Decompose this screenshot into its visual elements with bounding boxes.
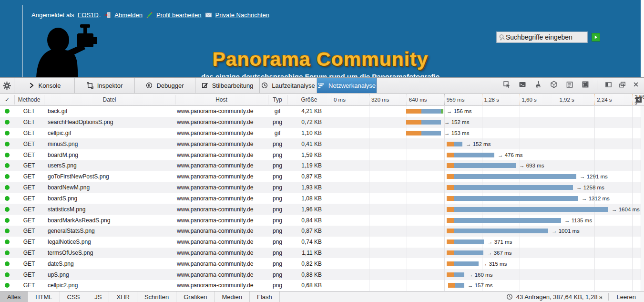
user-link-private-nachrichten[interactable]: Private Nachrichten (215, 11, 269, 19)
waterfall-segment-wait (447, 196, 454, 201)
column-status-header[interactable]: ✓ (0, 94, 14, 106)
paintbrush-button[interactable] (534, 81, 542, 90)
column-method-header[interactable]: Methode (14, 94, 44, 106)
dock-side-button[interactable] (605, 81, 612, 90)
tab-debugger[interactable]: Debugger (135, 78, 195, 93)
column-host-header[interactable]: Host (175, 94, 268, 106)
type-cell: png (268, 260, 287, 267)
request-row[interactable]: GETboardMarkAsReadS.pngwww.panorama-comm… (0, 215, 641, 226)
request-row[interactable]: GETlegalNoticeS.pngwww.panorama-communit… (0, 237, 641, 248)
request-row[interactable]: GETcellpic2.pngwww.panorama-community.de… (0, 280, 641, 291)
timeline-tick-line (444, 94, 445, 105)
filter-schriften[interactable]: Schriften (137, 292, 176, 302)
filter-grafiken[interactable]: Grafiken (176, 292, 215, 302)
user-link-profil-bearbeiten[interactable]: Profil bearbeiten (156, 11, 202, 19)
split-console-button[interactable] (519, 81, 526, 90)
clear-requests-button[interactable]: Leeren (609, 292, 644, 302)
column-size-header[interactable]: Größe (287, 94, 331, 106)
filter-html[interactable]: HTML (28, 292, 60, 302)
waterfall-segment-recv (454, 250, 483, 255)
devtools-settings-button[interactable] (0, 78, 14, 93)
tab-label: Stilbearbeitung (212, 82, 254, 89)
separate-window-button[interactable] (619, 81, 626, 90)
waterfall-cell: → 1135 ms (331, 215, 641, 226)
type-cell: png (268, 206, 287, 213)
search-submit-button[interactable] (592, 33, 600, 42)
waterfall-bar: → 153 ms (406, 130, 469, 136)
request-row[interactable]: GETboardS.pngwww.panorama-community.depn… (0, 193, 641, 204)
box-3d-icon (550, 81, 558, 88)
user-link-abmelden[interactable]: Abmelden (114, 11, 143, 19)
tab-stilbearbeitung[interactable]: Stilbearbeitung (195, 78, 260, 93)
request-row[interactable]: GETusersS.pngwww.panorama-community.depn… (0, 160, 641, 171)
host-cell: www.panorama-community.de (175, 141, 268, 147)
method-cell: GET (14, 250, 44, 256)
waterfall-cell: → 1001 ms (331, 226, 641, 237)
waterfall-segment-wait (447, 272, 454, 277)
status-ok-dot (5, 131, 10, 135)
filter-xhr[interactable]: XHR (109, 292, 137, 302)
status-ok-dot (5, 207, 10, 212)
status-ok-dot (5, 240, 10, 244)
column-type-header[interactable]: Typ (268, 94, 287, 106)
waterfall-segment-wait (447, 185, 454, 190)
request-row[interactable]: GETgoToFirstNewPostS.pngwww.panorama-com… (0, 171, 641, 182)
filter-js[interactable]: JS (87, 292, 109, 302)
search-input[interactable] (506, 33, 581, 41)
request-row[interactable]: GETback.gifwww.panorama-community.degif4… (0, 106, 641, 117)
waterfall-cell: → 1291 ms (331, 171, 641, 182)
size-cell: 1,11 KB (287, 250, 331, 256)
site-title: Panorama Community (0, 48, 641, 71)
request-row[interactable]: GETupS.pngwww.panorama-community.depng0,… (0, 269, 641, 280)
user-links: AbmeldenProfil bearbeitenPrivate Nachric… (104, 11, 269, 19)
request-row[interactable]: GETdateS.pngwww.panorama-community.depng… (0, 258, 641, 269)
request-row[interactable]: GETgeneralStatsS.pngwww.panorama-communi… (0, 226, 641, 237)
waterfall-cell: → 371 ms (331, 237, 641, 248)
waterfall-cell: → 1258 ms (331, 182, 641, 193)
request-row[interactable]: GETboardNewM.pngwww.panorama-community.d… (0, 182, 641, 193)
column-file-header[interactable]: Datei (44, 94, 175, 106)
request-row[interactable]: GETtermsOfUseS.pngwww.panorama-community… (0, 248, 641, 259)
waterfall-bar: → 693 ms (447, 163, 544, 168)
filter-flash[interactable]: Flash (250, 292, 280, 302)
request-row[interactable]: GETstatisticsM.pngwww.panorama-community… (0, 204, 641, 215)
status-cell (0, 283, 14, 288)
waterfall-cell: → 693 ms (331, 160, 641, 171)
split-console-icon (519, 81, 526, 88)
filter-css[interactable]: CSS (60, 292, 88, 302)
timeline-collapse-icon[interactable] (635, 96, 642, 103)
waterfall-segment-recv (454, 174, 576, 179)
request-row[interactable]: GETboardM.pngwww.panorama-community.depn… (0, 149, 641, 160)
tab-netzwerkanalyse[interactable]: Netzwerkanalyse (317, 78, 377, 93)
request-row[interactable]: GETcellpic.gifwww.panorama-community.deg… (0, 128, 641, 139)
type-cell: png (268, 195, 287, 202)
host-cell: www.panorama-community.de (175, 195, 268, 202)
scrollbar-gutter[interactable] (641, 106, 644, 291)
request-row[interactable]: GETsearchHeadOptionsS.pngwww.panorama-co… (0, 117, 641, 128)
size-cell: 0,82 KB (287, 260, 331, 267)
method-cell: GET (14, 173, 44, 180)
size-cell: 1,96 KB (287, 206, 331, 213)
box-3d-button[interactable] (550, 81, 558, 90)
waterfall-bar: → 152 ms (406, 119, 469, 125)
tab-konsole[interactable]: Konsole (14, 78, 75, 93)
filter-medien[interactable]: Medien (215, 292, 250, 302)
waterfall-segment-recv (454, 272, 464, 277)
status-ok-dot (5, 283, 10, 288)
pick-element-button[interactable] (503, 81, 511, 90)
waterfall-time-label: → 1312 ms (582, 196, 610, 201)
file-cell: back.gif (44, 108, 175, 115)
request-row[interactable]: GETminusS.pngwww.panorama-community.depn… (0, 138, 641, 149)
waterfall-segment-recv (454, 196, 578, 201)
filter-alles[interactable]: Alles (0, 292, 28, 302)
responsive-design-button[interactable] (582, 81, 589, 90)
type-cell: png (268, 217, 287, 224)
close-button[interactable] (633, 81, 639, 90)
scratchpad-button[interactable] (566, 81, 573, 90)
waterfall-time-label: → 1291 ms (580, 174, 608, 179)
tab-inspektor[interactable]: Inspektor (75, 78, 135, 93)
username-link[interactable]: EOS1D (78, 11, 99, 19)
tab-laufzeitanalyse[interactable]: Laufzeitanalyse (260, 78, 317, 93)
host-cell: www.panorama-community.de (175, 260, 268, 267)
waterfall-time-label: → 156 ms (447, 108, 471, 114)
